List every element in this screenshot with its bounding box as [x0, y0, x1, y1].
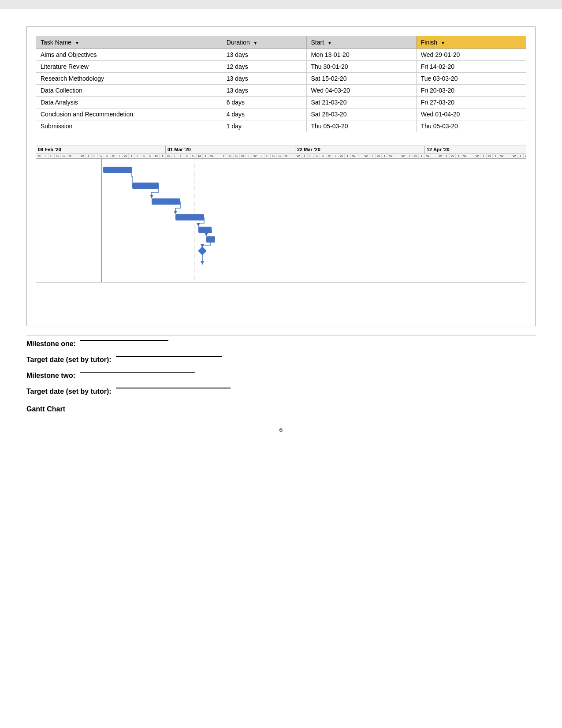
day-cell-31: S [227, 153, 234, 158]
milestone-two-blank[interactable] [80, 372, 195, 373]
cell-finish-3: Fri 20-03-20 [416, 85, 526, 97]
day-cell-63: W [425, 153, 431, 158]
cell-duration-3: 13 days [222, 85, 306, 97]
day-cell-55: W [376, 153, 382, 158]
milestone-two-label: Milestone two: [26, 372, 75, 379]
day-cell-46: S [320, 153, 326, 158]
cell-start-4: Sat 21-03-20 [306, 97, 416, 108]
day-cell-3: S [55, 153, 61, 158]
day-cell-13: T [116, 153, 123, 158]
day-cell-23: F [178, 153, 184, 158]
bar-research [152, 198, 180, 205]
day-cell-37: F [264, 153, 271, 158]
cell-finish-1: Fri 14-02-20 [416, 61, 526, 73]
target-two-line: Target date (set by tutor): [26, 388, 536, 396]
gantt-chart [36, 159, 526, 282]
bar-data-collection [175, 214, 204, 220]
day-cell-17: S [141, 153, 147, 158]
day-cell-14: W [123, 153, 129, 158]
day-cell-74: T [493, 153, 499, 158]
day-cell-15: T [129, 153, 135, 158]
cell-start-1: Thu 30-01-20 [306, 61, 416, 73]
day-cell-9: F [92, 153, 98, 158]
day-cell-47: M [326, 153, 332, 158]
col-header-finish[interactable]: Finish ▼ [416, 36, 526, 49]
table-row: Data Analysis 6 days Sat 21-03-20 Fri 27… [36, 97, 526, 108]
cell-duration-4: 6 days [222, 97, 306, 108]
cell-finish-0: Wed 29-01-20 [416, 49, 526, 61]
gantt-chart-label: Gantt Chart [26, 403, 536, 413]
day-cell-42: W [295, 153, 301, 158]
svg-marker-2 [197, 223, 200, 227]
cell-start-2: Sat 15-02-20 [306, 73, 416, 85]
svg-marker-0 [150, 195, 153, 198]
day-cell-43: T [301, 153, 308, 158]
day-cell-29: T [215, 153, 221, 158]
day-cell-8: T [86, 153, 92, 158]
target-one-blank[interactable] [116, 356, 222, 357]
day-cell-76: T [505, 153, 511, 158]
day-cell-7: W [79, 153, 86, 158]
day-cell-73: W [487, 153, 493, 158]
today-dotted-line [194, 159, 194, 282]
day-cell-68: T [456, 153, 462, 158]
day-cell-25: S [190, 153, 197, 158]
cell-start-5: Sat 28-03-20 [306, 108, 416, 120]
day-cell-48: T [332, 153, 339, 158]
day-cell-39: S [277, 153, 283, 158]
target-one-line: Target date (set by tutor): [26, 356, 536, 364]
day-cell-56: T [382, 153, 388, 158]
timeline-days: MTFSSMTWTFSSMTWTFSSMTWTFSSMTWTFSSMTWTFSS… [36, 153, 526, 159]
cell-start-3: Wed 04-03-20 [306, 85, 416, 97]
milestone-one-label: Milestone one: [26, 340, 76, 347]
today-marker [101, 159, 102, 282]
target-one-label: Target date (set by tutor): [26, 356, 112, 363]
svg-marker-1 [174, 211, 177, 214]
day-cell-60: T [406, 153, 413, 158]
day-cell-59: W [400, 153, 406, 158]
timeline-months: 09 Feb '2001 Mar '2022 Mar '2012 Apr '20… [36, 146, 526, 153]
cell-duration-5: 4 days [222, 108, 306, 120]
day-cell-53: W [363, 153, 369, 158]
target-two-blank[interactable] [116, 388, 231, 388]
cell-finish-5: Wed 01-04-20 [416, 108, 526, 120]
day-cell-26: M [197, 153, 203, 158]
cell-task-2: Research Methodology [36, 73, 222, 85]
day-cell-1: T [42, 153, 48, 158]
day-cell-61: W [413, 153, 419, 158]
milestone-one-blank[interactable] [80, 340, 168, 341]
svg-marker-3 [205, 233, 208, 236]
table-row: Aims and Objectives 13 days Mon 13-01-20… [36, 49, 526, 61]
day-cell-58: T [394, 153, 400, 158]
col-header-start[interactable]: Start ▼ [306, 36, 416, 49]
cell-task-6: Submission [36, 120, 222, 132]
sort-arrow-task: ▼ [75, 41, 79, 45]
day-cell-41: T [289, 153, 295, 158]
day-cell-33: M [240, 153, 246, 158]
content-box: Task Name ▼ Duration ▼ Start ▼ Finish ▼ … [26, 26, 536, 326]
day-cell-20: T [160, 153, 166, 158]
gantt-table: Task Name ▼ Duration ▼ Start ▼ Finish ▼ … [36, 36, 526, 132]
day-cell-2: F [48, 153, 55, 158]
day-cell-77: W [511, 153, 517, 158]
day-cell-11: S [104, 153, 110, 158]
table-row: Research Methodology 13 days Sat 15-02-2… [36, 73, 526, 85]
day-cell-71: W [474, 153, 480, 158]
day-cell-44: F [308, 153, 314, 158]
day-cell-62: T [419, 153, 425, 158]
cell-duration-2: 13 days [222, 73, 306, 85]
day-cell-79: W [524, 153, 526, 158]
cell-start-0: Mon 13-01-20 [306, 49, 416, 61]
day-cell-0: M [36, 153, 42, 158]
day-cell-5: M [67, 153, 73, 158]
day-cell-12: M [110, 153, 116, 158]
table-row: Literature Review 12 days Thu 30-01-20 F… [36, 61, 526, 73]
day-cell-67: W [450, 153, 456, 158]
table-row: Submission 1 day Thu 05-03-20 Thu 05-03-… [36, 120, 526, 132]
col-header-duration[interactable]: Duration ▼ [222, 36, 306, 49]
col-header-task[interactable]: Task Name ▼ [36, 36, 222, 49]
milestone-two-line: Milestone two: [26, 372, 536, 380]
day-cell-18: S [147, 153, 153, 158]
table-row: Data Collection 13 days Wed 04-03-20 Fri… [36, 85, 526, 97]
bar-literature [132, 183, 159, 189]
